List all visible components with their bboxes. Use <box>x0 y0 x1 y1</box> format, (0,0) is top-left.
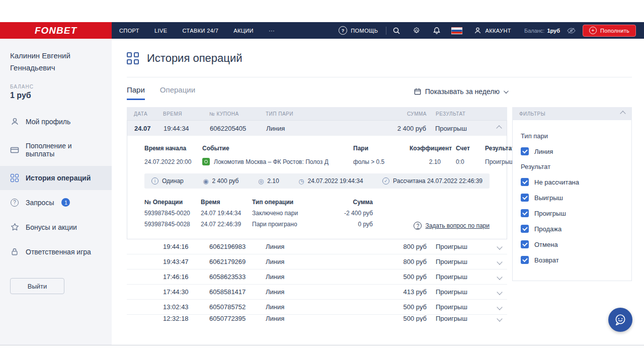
bet-row[interactable]: 19:44:16 6062196983 Линия 800 руб Проигр… <box>127 239 507 254</box>
user-icon <box>474 27 481 34</box>
nav-bets-247[interactable]: СТАВКИ 24/7 <box>175 22 226 39</box>
bet-row[interactable]: 19:43:47 6062179269 Линия 800 руб Проигр… <box>127 254 507 269</box>
page-title: История операций <box>147 52 242 65</box>
tab-bets[interactable]: Пари <box>127 85 145 100</box>
bet-row-clipped[interactable]: 12:32:18 6050772395 Линия 500 руб Проигр… <box>127 315 507 322</box>
expand-chevron-icon[interactable] <box>497 304 502 310</box>
account-button[interactable]: АККАУНТ <box>467 27 518 34</box>
balance-visibility-eye-icon[interactable] <box>563 28 580 34</box>
main-nav: СПОРТ LIVE СТАВКИ 24/7 АКЦИИ ··· <box>112 22 282 39</box>
help-icon: ? <box>339 26 347 35</box>
operation-row: 593987845-0020 24.07 19:44:34 Заключено … <box>144 208 373 219</box>
sidebar-item-bonuses[interactable]: Бонусы и акции <box>0 215 112 239</box>
app-window: FONBET СПОРТ LIVE СТАВКИ 24/7 АКЦИИ ··· … <box>0 22 644 345</box>
bet-coef: ◎ 2.10 <box>258 177 279 185</box>
expanded-bet-block: 24.07 19:44:34 6062205405 Линия 2 400 ру… <box>127 120 507 239</box>
expand-chevron-icon[interactable] <box>497 274 502 280</box>
bets-table: ДАТА ВРЕМЯ № КУПОНА ТИП ПАРИ СУММА РЕЗУЛ… <box>127 107 507 322</box>
checkbox-checked-icon <box>521 209 529 217</box>
bet-info-strip: i Одинар ◉ 2 400 руб ◎ 2.10 <box>144 173 490 189</box>
checkbox-checked-icon <box>521 194 529 202</box>
bet-row[interactable]: 17:44:30 6058581417 Линия 413 руб Проигр… <box>127 285 507 300</box>
language-flag-ru[interactable] <box>451 27 462 34</box>
tab-operations[interactable]: Операции <box>160 85 195 100</box>
star-icon <box>10 223 19 231</box>
filter-option-cancel[interactable]: Отмена <box>521 240 623 248</box>
coin-icon: ◉ <box>203 178 208 185</box>
plus-icon: + <box>589 27 597 34</box>
info-icon: i <box>151 177 158 185</box>
table-header-row: ДАТА ВРЕМЯ № КУПОНА ТИП ПАРИ СУММА РЕЗУЛ… <box>127 107 507 120</box>
bet-event-row: 24.07.2022 20:00 Локомотив Москва – ФК Р… <box>144 158 490 165</box>
lock-icon <box>10 247 19 256</box>
checkbox-checked-icon <box>521 225 529 233</box>
bet-amount: ◉ 2 400 руб <box>203 177 238 185</box>
football-icon <box>202 158 210 165</box>
expand-chevron-icon[interactable] <box>497 289 502 295</box>
nav-live[interactable]: LIVE <box>147 22 175 39</box>
operations-table: № Операции Время Тип операции Сумма 5939… <box>144 197 373 230</box>
bet-placed-time: ◷ 24.07.2022 19:44:34 <box>298 177 363 185</box>
bet-kind: i Одинар <box>151 177 184 185</box>
tabs-bar: Пари Операции Показывать за неделю <box>127 85 507 100</box>
filter-option-sale[interactable]: Продажа <box>521 225 623 233</box>
search-icon[interactable] <box>386 27 407 35</box>
logout-button[interactable]: Выйти <box>10 278 64 294</box>
sidebar-balance-label: БАЛАНС <box>0 74 112 91</box>
bet-detail-headers: Время начала Событие Пари Коэффициент Сч… <box>144 145 490 152</box>
nav-more-dots[interactable]: ··· <box>261 22 282 39</box>
filters-header[interactable]: ФИЛЬТРЫ <box>512 107 632 120</box>
operation-row: 593987845-0028 24.07 22:46:39 Пари проиг… <box>144 219 373 230</box>
notifications-bell-icon[interactable] <box>427 27 447 35</box>
nav-promos[interactable]: АКЦИИ <box>226 22 261 39</box>
page-header: История операций <box>127 46 632 77</box>
deposit-button[interactable]: + Пополнить <box>583 25 636 37</box>
ask-question-link[interactable]: ? Задать вопрос по пари <box>414 222 490 230</box>
sidebar-item-profile[interactable]: Мой профиль <box>0 109 112 134</box>
requests-count-badge: 1 <box>61 198 70 207</box>
filter-option-not-settled[interactable]: Не рассчитана <box>521 178 623 186</box>
question-icon: ? <box>414 222 422 230</box>
top-navbar: FONBET СПОРТ LIVE СТАВКИ 24/7 АКЦИИ ··· … <box>0 22 644 39</box>
sidebar-item-requests[interactable]: ? Запросы 1 <box>0 190 112 215</box>
expand-chevron-icon[interactable] <box>497 316 502 321</box>
collapse-chevron-icon <box>620 111 625 116</box>
card-icon <box>10 146 19 154</box>
question-icon: ? <box>10 199 19 207</box>
main-content: История операций Пари Операции Показыват… <box>112 39 644 345</box>
filter-option-loss[interactable]: Проигрыш <box>521 209 623 217</box>
filter-option-win[interactable]: Выигрыш <box>521 194 623 202</box>
chevron-down-icon <box>504 88 509 94</box>
header-balance: Баланс: 1руб <box>518 28 563 34</box>
support-chat-button[interactable] <box>608 308 632 332</box>
odds-target-icon: ◎ <box>258 178 264 185</box>
history-icon <box>127 52 139 64</box>
period-filter[interactable]: Показывать за неделю <box>414 87 507 100</box>
history-grid-icon <box>10 174 19 182</box>
collapse-chevron-icon[interactable] <box>496 125 502 131</box>
bet-detail: Время начала Событие Пари Коэффициент Сч… <box>127 136 507 239</box>
clock-icon: ◷ <box>298 178 304 185</box>
settings-gear-icon[interactable] <box>407 27 427 35</box>
user-name: Калинин Евгений Геннадьевич <box>0 50 96 74</box>
expand-chevron-icon[interactable] <box>497 259 502 264</box>
settled-check-icon: ✓ <box>382 177 389 185</box>
expand-chevron-icon[interactable] <box>497 244 502 249</box>
filter-option-line[interactable]: Линия <box>521 147 623 155</box>
sidebar-item-history[interactable]: История операций <box>0 166 112 190</box>
bet-row-expanded[interactable]: 24.07 19:44:34 6062205405 Линия 2 400 ру… <box>127 121 507 136</box>
sidebar-item-payments[interactable]: Пополнение и выплаты <box>0 134 112 166</box>
filter-option-refund[interactable]: Возврат <box>521 256 623 264</box>
nav-sport[interactable]: СПОРТ <box>112 22 147 39</box>
checkbox-checked-icon <box>521 147 529 155</box>
checkbox-checked-icon <box>521 256 529 264</box>
sidebar-item-responsible-gaming[interactable]: Ответственная игра <box>0 239 112 264</box>
fonbet-logo[interactable]: FONBET <box>0 22 112 39</box>
chat-smiley-icon <box>614 313 627 326</box>
bet-row[interactable]: 13:02:43 6050785752 Линия 500 руб Проигр… <box>127 300 507 315</box>
filter-group-result: Результат <box>521 163 623 170</box>
account-sidebar: Калинин Евгений Геннадьевич БАЛАНС 1 руб… <box>0 39 112 345</box>
filter-group-bet-type: Тип пари <box>521 132 623 140</box>
help-button[interactable]: ? ПОМОЩЬ <box>331 26 386 35</box>
bet-row[interactable]: 17:46:16 6058623533 Линия 500 руб Проигр… <box>127 269 507 285</box>
